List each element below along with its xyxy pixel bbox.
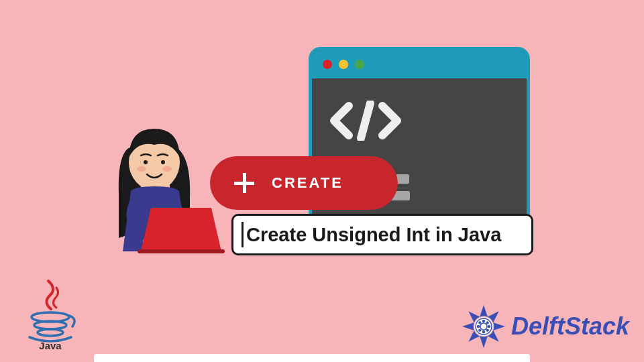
svg-point-14 xyxy=(480,323,487,330)
article-title-input[interactable]: Create Unsigned Int in Java xyxy=(231,214,533,255)
code-tag-icon xyxy=(329,101,402,141)
svg-point-15 xyxy=(482,320,484,322)
svg-point-18 xyxy=(488,325,490,327)
svg-point-2 xyxy=(144,160,148,164)
svg-point-3 xyxy=(161,160,165,164)
maximize-dot-icon xyxy=(355,60,364,69)
close-dot-icon xyxy=(323,60,332,69)
create-button-label: CREATE xyxy=(272,174,343,192)
svg-point-17 xyxy=(477,325,479,327)
minimize-dot-icon xyxy=(339,60,348,69)
text-cursor-icon xyxy=(241,222,244,247)
svg-point-11 xyxy=(38,329,63,336)
svg-point-21 xyxy=(486,329,488,331)
delftstack-logo: DelftStack xyxy=(460,303,629,350)
create-button[interactable]: CREATE xyxy=(210,156,398,210)
svg-point-16 xyxy=(482,330,484,333)
window-titlebar xyxy=(312,50,527,78)
desk-surface xyxy=(94,354,530,362)
svg-rect-8 xyxy=(138,249,225,253)
delftstack-wordmark: DelftStack xyxy=(511,312,629,341)
svg-point-5 xyxy=(162,166,172,172)
java-logo-icon: Java xyxy=(20,278,80,352)
article-title-text: Create Unsigned Int in Java xyxy=(246,224,501,246)
mandala-icon xyxy=(460,303,507,350)
plus-icon xyxy=(234,173,254,193)
svg-point-19 xyxy=(486,322,488,324)
svg-point-20 xyxy=(479,322,481,324)
svg-line-0 xyxy=(361,103,370,138)
java-logo-text: Java xyxy=(39,340,62,351)
svg-point-22 xyxy=(479,329,481,331)
svg-point-4 xyxy=(137,166,146,172)
